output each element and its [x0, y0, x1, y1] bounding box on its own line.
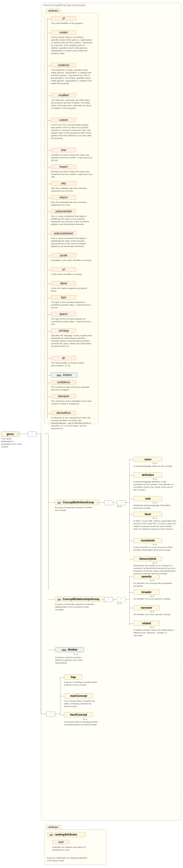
connector: [60, 715, 64, 715]
grp-prefix: grp: [57, 598, 62, 600]
attr-desc: One or many constraints that apply to pu…: [51, 237, 93, 248]
attr-desc: The date (and, optionally, the time) whe…: [51, 99, 93, 110]
mainconcept-desc: The concept which is faceted by other co…: [64, 700, 99, 708]
attr-connector: [47, 256, 51, 256]
child-broader: broader: [133, 590, 160, 595]
connector: [102, 599, 104, 599]
bottom-attrs-tab: attributes: [46, 825, 61, 829]
rank-attr: rank: [52, 840, 70, 844]
connector: [44, 434, 48, 434]
attr-desc: The type of the concept assigned as cont…: [51, 318, 93, 326]
extension-label: Flex1ConceptPropType (extension): [43, 4, 85, 7]
grp-prefix: grp: [57, 501, 62, 504]
bag-desc: A group of existing concepts which expre…: [64, 681, 99, 686]
attr-custom: custom: [51, 118, 76, 122]
outer-vline: [41, 434, 41, 714]
child-remoteInfo: remoteInfo: [133, 538, 162, 543]
bag-seq: ···: [46, 712, 55, 716]
cdg-vline: [129, 459, 130, 553]
child-desc: Represents the position of a concept in …: [133, 564, 176, 575]
child-narrower: narrower: [133, 605, 160, 610]
attr-other: any ##other: [51, 372, 77, 378]
connector: [129, 499, 133, 499]
rank-desc: Indicates the relative importance of pro…: [52, 846, 87, 851]
child-hierarchyInfo: hierarchyInfo: [133, 556, 162, 561]
attr-desc: The directionality of textual content (e…: [51, 362, 93, 367]
child-desc: An identifier of a concept with equivale…: [133, 582, 176, 587]
occ: 0..∞: [153, 517, 157, 520]
connector: [129, 623, 133, 624]
attr-desc: If the attribute is empty, specifies whi…: [51, 69, 93, 85]
attr-desc: Why the metadata has been included - exp…: [51, 187, 93, 192]
connector: [113, 502, 117, 503]
attr-connector: [47, 19, 51, 19]
attr-desc: The type of the concept assigned as cont…: [51, 301, 93, 309]
attr-desc: Specifies the language of this property …: [51, 334, 93, 348]
attr-desc: If set to true the corresponding propert…: [51, 124, 93, 140]
attr-derivedfrom: derivedfrom: [51, 411, 76, 415]
concept-def-group: grp ConceptDefinitionGroup: [55, 500, 99, 505]
attr-desc: A URI which identifies a concept.: [51, 273, 93, 276]
attr-type: type: [51, 295, 76, 300]
attributes-tab: attributes: [46, 9, 61, 12]
occ: 0..∞: [150, 595, 154, 597]
attr-vline: [47, 18, 47, 418]
ranking-group: grp rankingAttributes: [47, 832, 85, 837]
cdg-occ: 0..∞: [117, 505, 121, 508]
sequence-indicator: ···: [28, 432, 37, 436]
attr-connector: [47, 270, 51, 270]
attr-connector: [47, 198, 51, 198]
attr-xmllang: xml:lang: [51, 329, 76, 333]
any-prefix: any: [62, 649, 67, 651]
attr-connector: [47, 397, 51, 397]
ranking-name: rankingAttributes: [55, 833, 77, 836]
child-name: name: [133, 457, 162, 462]
cdg-name: ConceptDefinitionGroup: [63, 501, 94, 504]
attr-qcode: qcode: [51, 253, 76, 258]
attr-desc: A qualified code which identifies a conc…: [51, 259, 93, 262]
connector: [55, 714, 60, 714]
connector: [129, 475, 133, 475]
attr-confidence: confidence: [51, 380, 76, 384]
facetconcept-desc: A concept which is faceting another conc…: [64, 721, 99, 726]
attr-desc: One or many constraints that apply to pu…: [51, 215, 93, 226]
connector: [129, 592, 133, 593]
child-desc: An identifier of a more generic concept.: [133, 598, 176, 600]
attr-creator: creator: [51, 30, 76, 35]
connector: [48, 650, 55, 650]
attr-how: how: [51, 148, 76, 152]
connector: [15, 434, 28, 434]
attr-why: why: [51, 181, 76, 186]
child-related: related: [133, 621, 160, 626]
cdg-seq: ···: [104, 500, 113, 505]
occ: 0..∞: [153, 544, 157, 546]
crg-name: ConceptRelationshipsGroup: [63, 598, 99, 600]
connector: [41, 714, 46, 714]
any-name: ##other: [68, 648, 78, 651]
child-desc: Additional natural language information …: [133, 504, 176, 509]
attr-pubconstrainturi: pubconstrainturi: [51, 231, 76, 236]
occ: 0..∞: [153, 478, 157, 480]
connector: [129, 460, 133, 460]
crg-occ: 0..∞: [117, 602, 121, 604]
connector: [36, 434, 41, 434]
attr-connector: [47, 167, 51, 167]
root-desc: The nature, intellectual or journalistic…: [1, 437, 23, 448]
child-definition: definition: [133, 472, 162, 477]
child-desc: A related concept, where the relationshi…: [133, 629, 176, 637]
crg-choice: ⋮: [117, 597, 126, 602]
connector: [96, 502, 104, 503]
attr-connector: [47, 314, 51, 315]
attr-desc: The relevance of the metadata to the new…: [51, 400, 93, 405]
child-facet: facet: [133, 512, 162, 517]
attr-desc: Indicates by which means the value was e…: [51, 170, 93, 179]
concept-rel-group: grp ConceptRelationshipsGroup: [55, 597, 104, 602]
attr-connector: [47, 120, 51, 121]
occ: 0..∞: [153, 501, 157, 504]
attr-creatoruri: creatoruri: [51, 63, 76, 67]
crg-seq: ···: [104, 597, 113, 602]
fc-occ: 0..∞: [83, 718, 87, 720]
mainconcept-element: mainConcept: [64, 693, 93, 699]
child-note: note: [133, 496, 162, 501]
attr-connector: [47, 212, 51, 212]
